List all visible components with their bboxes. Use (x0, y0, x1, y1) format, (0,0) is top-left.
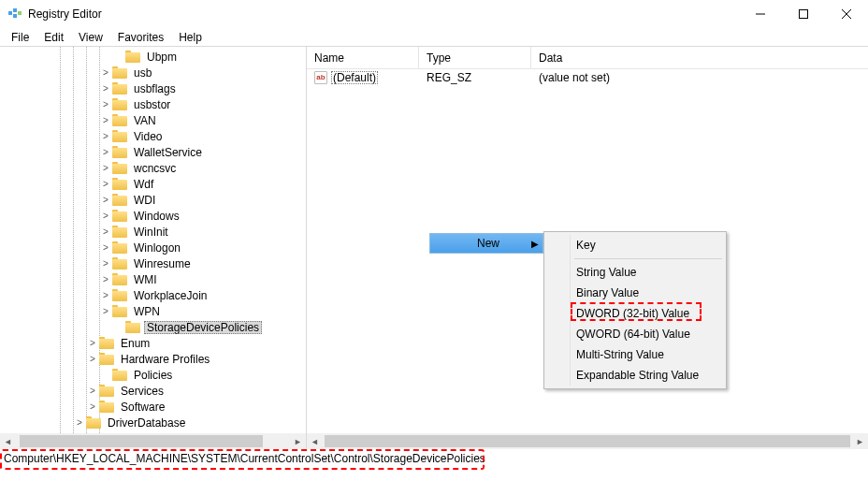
menu-favorites[interactable]: Favorites (110, 29, 171, 46)
tree-item[interactable]: >WinInit (0, 224, 306, 240)
folder-icon (112, 82, 127, 95)
svg-rect-2 (13, 14, 17, 18)
folder-icon (112, 226, 127, 238)
scroll-thumb[interactable] (325, 435, 850, 447)
menu-edit[interactable]: Edit (36, 29, 71, 46)
string-value-icon: ab (314, 71, 327, 84)
tree-item-label: Windows (131, 210, 182, 223)
column-data[interactable]: Data (531, 47, 868, 68)
expand-toggle-icon[interactable]: > (99, 227, 112, 237)
menu-view[interactable]: View (71, 29, 110, 46)
folder-icon (99, 353, 114, 365)
menu-file[interactable]: File (4, 29, 36, 46)
tree-item[interactable]: >WMI (0, 271, 306, 287)
tree-item[interactable]: >wcncsvc (0, 160, 306, 176)
scroll-track[interactable] (323, 433, 852, 449)
context-menu-new[interactable]: KeyString ValueBinary ValueDWORD (32-bit… (543, 231, 727, 389)
tree-item[interactable]: >Hardware Profiles (0, 351, 306, 367)
folder-icon (112, 114, 127, 126)
tree-item-label: wcncsvc (131, 162, 179, 175)
tree-item[interactable]: >usb (0, 65, 306, 80)
submenu-new[interactable]: New ▶ (429, 233, 543, 254)
status-path: Computer\HKEY_LOCAL_MACHINE\SYSTEM\Curre… (4, 452, 485, 465)
tree-item-label: Hardware Profiles (118, 353, 212, 366)
tree-item-label: Software (118, 401, 167, 414)
expand-toggle-icon[interactable]: > (86, 386, 99, 396)
scroll-left-arrow-icon[interactable]: ◄ (307, 433, 323, 449)
tree-item[interactable]: >WPN (0, 303, 306, 319)
expand-toggle-icon[interactable]: > (99, 275, 112, 284)
menu-item[interactable]: String Value (546, 262, 724, 283)
expand-toggle-icon[interactable]: > (99, 148, 112, 157)
app-title: Registry Editor (28, 7, 102, 21)
expand-toggle-icon[interactable]: > (99, 100, 112, 109)
expand-toggle-icon[interactable]: > (99, 180, 112, 189)
tree-item[interactable]: >usbstor (0, 96, 306, 112)
folder-icon (112, 273, 127, 285)
tree-item[interactable]: >Windows (0, 208, 306, 224)
expand-toggle-icon[interactable]: > (99, 211, 112, 221)
maximize-button[interactable] (782, 0, 825, 28)
tree-item[interactable]: >DriverDatabase (0, 415, 306, 430)
expand-toggle-icon[interactable]: > (99, 259, 112, 269)
minimize-button[interactable] (739, 0, 782, 28)
tree-item[interactable]: >Winlogon (0, 240, 306, 255)
registry-tree[interactable]: Ubpm>usb>usbflags>usbstor>VAN>Video>Wall… (0, 47, 306, 433)
submenu-new-label: New (430, 237, 528, 250)
tree-pane[interactable]: Ubpm>usb>usbflags>usbstor>VAN>Video>Wall… (0, 47, 307, 449)
tree-item[interactable]: >Wdf (0, 176, 306, 192)
close-button[interactable] (825, 0, 868, 28)
expand-toggle-icon[interactable]: > (99, 116, 112, 125)
folder-icon (112, 257, 127, 270)
scroll-left-arrow-icon[interactable]: ◄ (0, 433, 16, 449)
tree-horizontal-scrollbar[interactable]: ◄ ► (0, 433, 306, 449)
list-header[interactable]: Name Type Data (307, 47, 868, 69)
menu-item[interactable]: Key (546, 235, 724, 255)
tree-item[interactable]: Ubpm (0, 49, 306, 65)
tree-item[interactable]: Policies (0, 367, 306, 383)
list-horizontal-scrollbar[interactable]: ◄ ► (307, 433, 868, 449)
folder-icon (112, 130, 127, 142)
column-type[interactable]: Type (419, 47, 531, 68)
tree-item[interactable]: >usbflags (0, 80, 306, 96)
expand-toggle-icon[interactable]: > (86, 355, 99, 364)
tree-item[interactable]: >Enum (0, 335, 306, 351)
tree-item[interactable]: >WalletService (0, 144, 306, 160)
tree-item[interactable]: >Software (0, 399, 306, 415)
expand-toggle-icon[interactable]: > (99, 196, 112, 205)
svg-rect-5 (800, 9, 808, 18)
expand-toggle-icon[interactable]: > (99, 68, 112, 78)
tree-item[interactable]: >Services (0, 383, 306, 399)
menu-item[interactable]: DWORD (32-bit) Value (546, 303, 724, 324)
tree-item[interactable]: >WorkplaceJoin (0, 287, 306, 303)
tree-item[interactable]: >WDI (0, 192, 306, 208)
expand-toggle-icon[interactable]: > (99, 84, 112, 94)
scroll-right-arrow-icon[interactable]: ► (852, 433, 868, 449)
scroll-thumb[interactable] (20, 435, 263, 447)
tree-item[interactable]: >Video (0, 128, 306, 144)
expand-toggle-icon[interactable]: > (99, 132, 112, 141)
folder-icon (99, 385, 114, 397)
expand-toggle-icon[interactable]: > (99, 243, 112, 253)
list-row[interactable]: ab (Default) REG_SZ (value not set) (307, 69, 868, 86)
tree-item-label: Enum (118, 337, 152, 350)
expand-toggle-icon[interactable]: > (99, 291, 112, 300)
scroll-track[interactable] (16, 433, 290, 449)
tree-item[interactable]: >VAN (0, 112, 306, 128)
tree-item[interactable]: >Winresume (0, 255, 306, 271)
tree-item[interactable]: StorageDevicePolicies (0, 319, 306, 335)
scroll-right-arrow-icon[interactable]: ► (290, 433, 306, 449)
menu-item[interactable]: Expandable String Value (546, 365, 724, 386)
expand-toggle-icon[interactable]: > (86, 402, 99, 412)
column-name[interactable]: Name (307, 47, 419, 68)
folder-icon (112, 178, 127, 190)
expand-toggle-icon[interactable]: > (99, 307, 112, 316)
value-name[interactable]: (Default) (331, 71, 378, 84)
menu-item[interactable]: Multi-String Value (546, 344, 724, 365)
expand-toggle-icon[interactable]: > (99, 164, 112, 173)
menu-item[interactable]: QWORD (64-bit) Value (546, 324, 724, 344)
menu-help[interactable]: Help (171, 29, 210, 46)
expand-toggle-icon[interactable]: > (73, 418, 86, 428)
expand-toggle-icon[interactable]: > (86, 339, 99, 348)
menu-item[interactable]: Binary Value (546, 283, 724, 303)
